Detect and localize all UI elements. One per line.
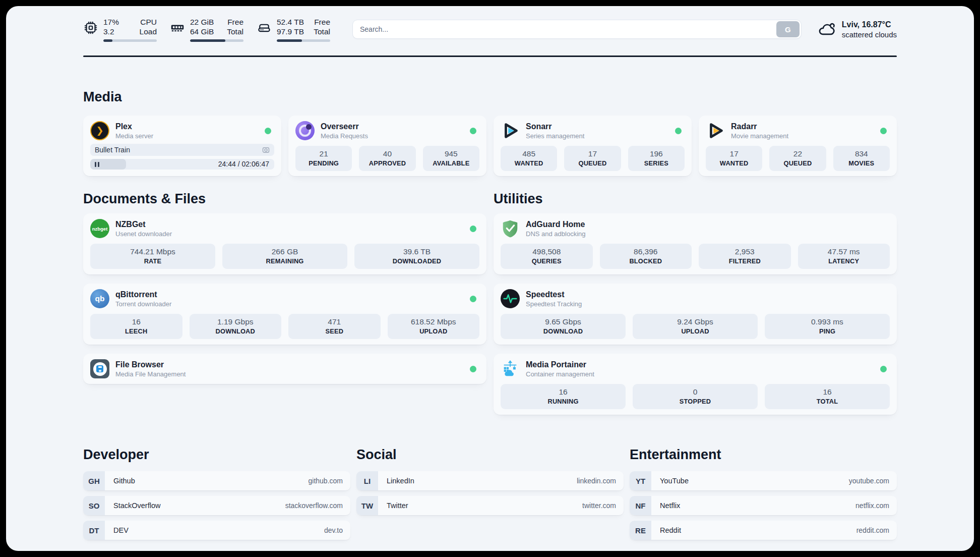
app-title: Speedtest <box>526 289 582 300</box>
bookmark-abbr: LI <box>356 471 378 490</box>
bookmark-github[interactable]: GH Github github.com <box>83 471 350 490</box>
cloud-icon <box>818 20 836 38</box>
stat-queued: 22 QUEUED <box>769 146 826 171</box>
stat-filtered: 2,953 FILTERED <box>699 244 791 269</box>
stat-ping: 0.993 ms PING <box>765 314 890 339</box>
disk-total-value: 97.9 TB <box>277 27 304 36</box>
ram-free-label: Free <box>227 17 243 27</box>
stat-running: 16 RUNNING <box>501 384 626 409</box>
stat-wanted: 485 WANTED <box>501 146 557 171</box>
search-engine-button[interactable]: G <box>776 21 800 37</box>
bookmark-abbr: YT <box>630 471 651 490</box>
utilities-column: Utilities <box>494 190 897 415</box>
bookmark-url: netflix.com <box>855 502 889 510</box>
bookmark-twitter[interactable]: TW Twitter twitter.com <box>356 496 624 515</box>
radarr-icon <box>706 121 725 140</box>
stat-download: 1.19 Gbps DOWNLOAD <box>190 314 282 339</box>
app-description: Speedtest Tracking <box>526 300 582 308</box>
now-playing-title: Bullet Train <box>95 146 130 154</box>
section-title-social: Social <box>356 446 624 463</box>
status-dot <box>470 226 476 232</box>
bookmark-dev[interactable]: DT DEV dev.to <box>83 521 350 540</box>
documents-column: Documents & Files nzbget NZBGet Usenet d… <box>83 190 486 415</box>
disk-total-label: Total <box>314 27 330 36</box>
app-description: Media File Management <box>115 370 186 378</box>
stat-remaining: 266 GB REMAINING <box>222 244 347 269</box>
status-dot <box>470 296 476 302</box>
section-title-developer: Developer <box>83 446 350 463</box>
hardware-widgets: 17% 3.2 CPU Load <box>83 17 330 42</box>
filebrowser-icon <box>90 359 109 378</box>
bookmark-abbr: SO <box>83 496 105 515</box>
stat-movies: 834 MOVIES <box>833 146 890 171</box>
app-card-sonarr[interactable]: Sonarr Series management 485 WANTED 17 Q… <box>494 116 692 176</box>
disk-icon <box>257 20 272 35</box>
app-card-nzbget[interactable]: nzbget NZBGet Usenet downloader 744.21 M… <box>83 213 486 274</box>
section-title-media: Media <box>83 88 897 105</box>
stat-queued: 17 QUEUED <box>564 146 621 171</box>
bookmark-name: Reddit <box>660 526 856 534</box>
app-card-portainer[interactable]: Media Portainer Container management 16 … <box>494 354 897 415</box>
stat-upload: 9.24 Gbps UPLOAD <box>633 314 758 339</box>
app-description: Torrent downloader <box>115 300 171 308</box>
weather-location: Lviv, 16.87°C <box>842 20 897 30</box>
cpu-icon <box>83 20 98 35</box>
ram-free-value: 22 GiB <box>190 17 214 27</box>
dashboard-page: 17% 3.2 CPU Load <box>6 6 974 551</box>
bookmark-abbr: DT <box>83 521 105 540</box>
bookmark-abbr: NF <box>630 496 651 515</box>
bookmarks-social: Social LI LinkedIn linkedin.com TW Twitt… <box>356 446 624 540</box>
stat-approved: 40 APPROVED <box>359 146 415 171</box>
app-card-adguard[interactable]: AdGuard Home DNS and adblocking 498,508 … <box>494 213 897 274</box>
disk-widget: 52.4 TB 97.9 TB Free Total <box>257 17 330 42</box>
bookmarks-developer: Developer GH Github github.com SO StackO… <box>83 446 350 540</box>
stat-series: 196 SERIES <box>628 146 685 171</box>
status-dot <box>470 366 476 372</box>
bookmark-name: Github <box>113 477 309 485</box>
nzbget-icon: nzbget <box>90 219 109 238</box>
bookmark-name: LinkedIn <box>387 477 577 485</box>
disk-free-value: 52.4 TB <box>277 17 304 27</box>
app-card-radarr[interactable]: Radarr Movie management 17 WANTED 22 QUE… <box>699 116 897 176</box>
disk-free-label: Free <box>314 17 330 27</box>
topbar-divider <box>83 55 897 57</box>
app-card-overseerr[interactable]: Overseerr Media Requests 21 PENDING 40 A… <box>288 116 486 176</box>
stat-total: 16 TOTAL <box>765 384 890 409</box>
speedtest-icon <box>501 289 520 308</box>
stat-downloaded: 39.6 TB DOWNLOADED <box>354 244 479 269</box>
app-card-plex[interactable]: ❯ Plex Media server Bullet Train <box>83 116 281 176</box>
bookmark-name: Twitter <box>387 502 582 510</box>
plex-icon: ❯ <box>90 121 109 140</box>
stat-upload: 618.52 Mbps UPLOAD <box>388 314 480 339</box>
stat-rate: 744.21 Mbps RATE <box>90 244 215 269</box>
section-title-entertainment: Entertainment <box>630 446 897 463</box>
app-description: DNS and adblocking <box>526 230 586 238</box>
pause-icon <box>95 162 99 167</box>
app-title: Media Portainer <box>526 359 594 370</box>
adguard-icon <box>501 219 520 238</box>
cpu-load-value: 3.2 <box>103 27 119 36</box>
bookmark-name: DEV <box>113 526 324 534</box>
stat-leech: 16 LEECH <box>90 314 182 339</box>
bookmark-name: StackOverflow <box>113 502 285 510</box>
bookmark-url: twitter.com <box>582 502 616 510</box>
ram-icon <box>170 20 185 35</box>
bookmark-stackoverflow[interactable]: SO StackOverflow stackoverflow.com <box>83 496 350 515</box>
app-card-speedtest[interactable]: Speedtest Speedtest Tracking 9.65 Gbps D… <box>494 284 897 345</box>
status-dot <box>880 366 887 372</box>
stat-queries: 498,508 QUERIES <box>501 244 593 269</box>
bookmark-url: youtube.com <box>849 477 889 485</box>
bookmark-reddit[interactable]: RE Reddit reddit.com <box>630 521 897 540</box>
ram-total-value: 64 GiB <box>190 27 214 36</box>
app-card-filebrowser[interactable]: File Browser Media File Management <box>83 354 486 384</box>
bookmark-youtube[interactable]: YT YouTube youtube.com <box>630 471 897 490</box>
cpu-progress-bar <box>103 39 157 42</box>
bookmark-netflix[interactable]: NF Netflix netflix.com <box>630 496 897 515</box>
stat-pending: 21 PENDING <box>295 146 352 171</box>
app-description: Container management <box>526 370 594 378</box>
bookmark-linkedin[interactable]: LI LinkedIn linkedin.com <box>356 471 624 490</box>
bookmark-url: reddit.com <box>856 526 889 534</box>
search-input[interactable] <box>352 20 802 39</box>
playback-progress-bar: 24:44 / 02:06:47 <box>90 159 274 170</box>
app-card-qbittorrent[interactable]: qb qBittorrent Torrent downloader 16 LEE… <box>83 284 486 345</box>
